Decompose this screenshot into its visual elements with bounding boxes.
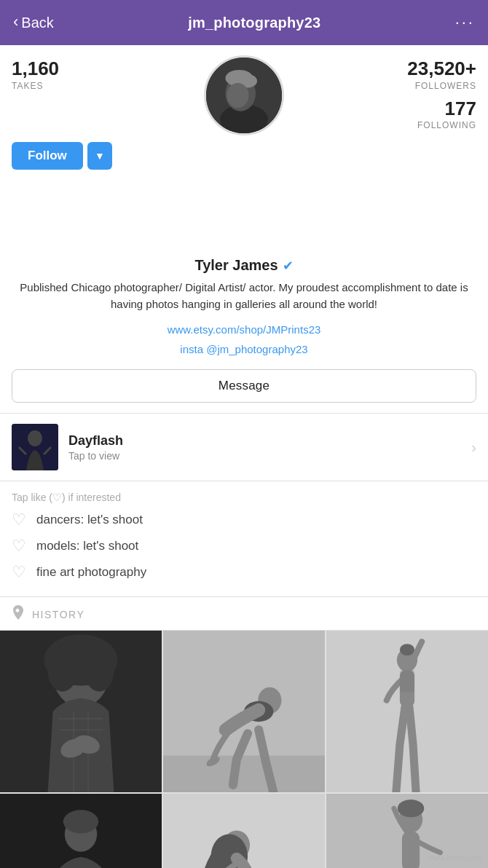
- profile-link-insta[interactable]: insta @jm_photography23: [12, 339, 476, 359]
- header-username: jm_photography23: [188, 15, 320, 31]
- svg-point-5: [227, 83, 248, 108]
- svg-rect-24: [163, 756, 325, 792]
- follow-dropdown-button[interactable]: ▼: [87, 142, 112, 170]
- back-label: Back: [21, 15, 53, 31]
- photo-image-3: [326, 631, 488, 792]
- back-button[interactable]: ‹ Back: [13, 14, 54, 31]
- history-label: HISTORY: [32, 609, 84, 620]
- dayflash-thumbnail: [12, 424, 58, 470]
- heart-icon-2: ♡: [12, 538, 26, 554]
- photo-image-5: [163, 794, 325, 868]
- interest-label-3: fine art photography: [36, 565, 146, 580]
- dayflash-row[interactable]: Dayflash Tap to view ›: [0, 414, 488, 481]
- profile-top-row: 1,160 TAKES: [12, 58, 476, 130]
- interest-item-3[interactable]: ♡ fine art photography: [12, 564, 476, 580]
- stats-right: 23,520+ FOLLOWERS 177 FOLLOWING: [407, 58, 476, 130]
- followers-stat: 23,520+ FOLLOWERS: [407, 58, 476, 91]
- profile-name-row: Tyler James ✔: [12, 257, 476, 274]
- svg-point-16: [79, 642, 105, 666]
- takes-stat: 1,160 TAKES: [12, 58, 59, 91]
- watermark: www.frfam.com: [428, 853, 482, 862]
- tap-like-section: Tap like (♡) if interested ♡ dancers: le…: [0, 481, 488, 596]
- profile-name: Tyler James: [194, 257, 278, 274]
- dayflash-subtitle: Tap to view: [68, 450, 471, 462]
- location-pin-icon: [12, 604, 25, 620]
- dayflash-thumb-image: [12, 424, 58, 470]
- interest-item-1[interactable]: ♡ dancers: let's shoot: [12, 512, 476, 528]
- followers-count: 23,520+: [407, 58, 476, 79]
- tap-like-title: Tap like (♡) if interested: [12, 492, 476, 503]
- svg-rect-32: [400, 671, 414, 693]
- follow-row: Follow ▼: [12, 142, 476, 170]
- profile-link-etsy[interactable]: www.etsy.com/shop/JMPrints23: [12, 320, 476, 339]
- interest-label-2: models: let's shoot: [36, 539, 138, 553]
- photo-cell-3[interactable]: [326, 631, 488, 792]
- followers-label: FOLLOWERS: [415, 81, 476, 91]
- dayflash-info: Dayflash Tap to view: [68, 433, 471, 462]
- photo-grid: [0, 631, 488, 868]
- svg-point-35: [63, 810, 98, 833]
- dayflash-title: Dayflash: [68, 433, 471, 449]
- svg-point-7: [28, 430, 42, 446]
- heart-icon-1: ♡: [12, 512, 26, 528]
- dayflash-chevron-icon: ›: [471, 439, 476, 456]
- photo-image-4: [0, 794, 162, 868]
- photo-image-1: [0, 631, 162, 792]
- heart-icon-3: ♡: [12, 564, 26, 580]
- photo-image-2: [163, 631, 325, 792]
- message-btn-wrapper: Message: [0, 369, 488, 413]
- more-options-button[interactable]: ···: [455, 13, 475, 32]
- location-icon: [12, 604, 25, 624]
- interest-item-2[interactable]: ♡ models: let's shoot: [12, 538, 476, 554]
- dropdown-arrow-icon: ▼: [95, 150, 105, 162]
- following-label: FOLLOWING: [417, 120, 476, 130]
- takes-count: 1,160: [12, 58, 59, 79]
- photo-cell-1[interactable]: [0, 631, 162, 792]
- svg-point-30: [400, 644, 414, 655]
- profile-bio: Published Chicago photographer/ Digital …: [12, 280, 476, 312]
- photo-cell-5[interactable]: [163, 794, 325, 868]
- verified-icon: ✔: [283, 258, 294, 274]
- profile-section: 1,160 TAKES: [0, 45, 488, 359]
- photo-cell-4[interactable]: [0, 794, 162, 868]
- back-chevron-icon: ‹: [13, 12, 18, 31]
- profile-links: www.etsy.com/shop/JMPrints23 insta @jm_p…: [12, 320, 476, 359]
- avatar[interactable]: [204, 55, 284, 135]
- interest-label-1: dancers: let's shoot: [36, 513, 143, 527]
- follow-button[interactable]: Follow: [12, 142, 83, 170]
- photo-cell-2[interactable]: [163, 631, 325, 792]
- app-header: ‹ Back jm_photography23 ···: [0, 0, 488, 45]
- avatar-wrapper: [204, 55, 284, 135]
- avatar-image: [206, 55, 282, 135]
- following-stat: 177 FOLLOWING: [417, 98, 476, 131]
- svg-point-42: [398, 800, 424, 817]
- following-count: 177: [445, 98, 476, 119]
- message-button[interactable]: Message: [12, 369, 476, 403]
- takes-label: TAKES: [12, 81, 43, 91]
- history-section: HISTORY: [0, 596, 488, 631]
